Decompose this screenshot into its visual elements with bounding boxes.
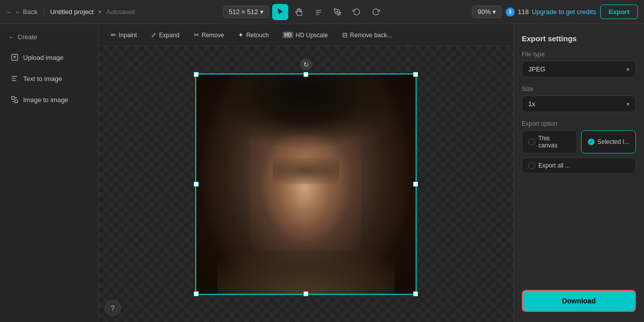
- help-icon: ?: [111, 304, 115, 312]
- image-to-image-icon: [10, 95, 19, 104]
- redo-icon: [372, 8, 380, 16]
- canvas-image-wrapper[interactable]: ↻: [195, 73, 417, 295]
- sidebar-item-upload[interactable]: Upload image: [4, 48, 94, 67]
- hand-icon: [295, 8, 303, 16]
- zoom-chevron-icon: ▾: [493, 8, 496, 16]
- export-all-radio[interactable]: [528, 162, 535, 169]
- inpaint-label: Inpaint: [119, 32, 137, 39]
- selected-radio[interactable]: ✓: [588, 138, 595, 145]
- topbar-center: 512 × 512 ▾: [139, 4, 468, 20]
- file-type-chevron-icon: ▾: [626, 66, 629, 73]
- redo-button[interactable]: [368, 4, 384, 20]
- size-dropdown[interactable]: 1x ▾: [522, 96, 636, 112]
- help-button[interactable]: ?: [105, 300, 121, 316]
- portrait-eye-shadow: [273, 157, 339, 184]
- zoom-selector[interactable]: 90% ▾: [472, 6, 502, 18]
- canvas-size-label: 512 × 512: [228, 8, 258, 16]
- canvas-area: ✏ Inpaint ⤢ Expand ✂ Remove ✦ Retouch HD…: [99, 24, 513, 322]
- bottom-bar: ?: [105, 300, 121, 316]
- credits-info: ℹ 118 Upgrade to get credits: [506, 8, 596, 17]
- remove-icon: ✂: [194, 31, 199, 39]
- retouch-button[interactable]: ✦ Retouch: [232, 28, 275, 42]
- credits-icon: ℹ: [506, 8, 515, 17]
- topbar: ← ← Back Untitled project ▾ Autosaved 51…: [0, 0, 644, 24]
- export-all-wrapper: Export all ...: [522, 157, 636, 174]
- upload-image-icon: [10, 53, 19, 62]
- back-arrow-icon: ←: [6, 8, 13, 16]
- this-canvas-label: This canvas: [538, 135, 571, 149]
- size-value: 1x: [528, 100, 535, 108]
- file-type-value: JPEG: [528, 65, 545, 73]
- credits-count: 118: [518, 8, 529, 16]
- pen-tool-button[interactable]: [330, 4, 346, 20]
- inpaint-button[interactable]: ✏ Inpaint: [105, 28, 143, 42]
- separator: [44, 7, 44, 17]
- topbar-right: 90% ▾ ℹ 118 Upgrade to get credits Expor…: [472, 5, 638, 19]
- svg-point-0: [337, 11, 338, 13]
- export-settings-title: Export settings: [522, 34, 636, 43]
- export-button[interactable]: Export: [600, 5, 638, 19]
- create-label: Create: [18, 33, 37, 41]
- back-button[interactable]: ← ← Back: [6, 8, 38, 16]
- text-to-image-icon: [10, 74, 19, 83]
- text-tool-icon: [314, 8, 323, 16]
- canvas-toolbar: ✏ Inpaint ⤢ Expand ✂ Remove ✦ Retouch HD…: [99, 24, 513, 46]
- back-label: ← Back: [15, 8, 38, 16]
- file-type-section: File type JPEG ▾: [522, 51, 636, 77]
- selected-option[interactable]: ✓ Selected I...: [581, 130, 636, 153]
- create-arrow-icon: ←: [8, 33, 15, 41]
- inpaint-icon: ✏: [111, 31, 116, 39]
- canvas-size-selector[interactable]: 512 × 512 ▾: [223, 6, 269, 18]
- retouch-label: Retouch: [246, 32, 269, 39]
- undo-button[interactable]: [349, 4, 365, 20]
- sidebar-item-image-to-image[interactable]: Image to image: [4, 90, 94, 109]
- project-name[interactable]: Untitled project: [50, 8, 94, 16]
- this-canvas-radio[interactable]: [528, 138, 535, 145]
- pen-tool-icon: [334, 8, 342, 16]
- sidebar: ← Create Upload image Text to image Imag…: [0, 24, 99, 322]
- text-tool-button[interactable]: [310, 4, 327, 20]
- create-header: ← Create: [4, 30, 94, 44]
- hand-tool-button[interactable]: [291, 4, 307, 20]
- remove-label: Remove: [202, 32, 224, 39]
- upgrade-link[interactable]: Upgrade to get credits: [532, 8, 596, 16]
- image-to-image-label: Image to image: [23, 96, 68, 104]
- svg-rect-2: [12, 97, 14, 99]
- expand-label: Expand: [159, 32, 180, 39]
- upscale-button[interactable]: HD HD Upscale: [277, 29, 334, 42]
- sidebar-item-text-to-image[interactable]: Text to image: [4, 69, 94, 88]
- portrait-clothing: [217, 217, 394, 295]
- retouch-icon: ✦: [238, 31, 244, 39]
- file-type-label: File type: [522, 51, 636, 58]
- size-label: Size: [522, 86, 636, 93]
- canvas-size-chevron-icon: ▾: [260, 8, 264, 16]
- export-all-option[interactable]: Export all ...: [522, 157, 636, 174]
- file-type-dropdown[interactable]: JPEG ▾: [522, 61, 636, 77]
- text-to-image-label: Text to image: [23, 75, 62, 83]
- select-tool-button[interactable]: [272, 4, 288, 20]
- export-panel: Export settings File type JPEG ▾ Size 1x…: [513, 24, 644, 322]
- size-chevron-icon: ▾: [626, 101, 629, 108]
- size-section: Size 1x ▾: [522, 86, 636, 112]
- this-canvas-option[interactable]: This canvas: [522, 130, 577, 153]
- expand-button[interactable]: ⤢ Expand: [145, 28, 186, 42]
- svg-rect-3: [15, 100, 18, 103]
- export-option-section: Export option This canvas ✓ Selected I..…: [522, 120, 636, 174]
- export-all-label: Export all ...: [538, 162, 570, 169]
- refresh-button[interactable]: ↻: [300, 58, 312, 70]
- remove-bg-icon: ⊟: [342, 31, 348, 39]
- main-area: ← Create Upload image Text to image Imag…: [0, 24, 644, 322]
- upscale-label: HD Upscale: [296, 32, 328, 39]
- canvas-viewport[interactable]: ↻ ?: [99, 46, 513, 322]
- export-option-label: Export option: [522, 120, 636, 127]
- remove-bg-button[interactable]: ⊟ Remove back...: [336, 28, 398, 42]
- download-button[interactable]: Download: [522, 290, 636, 312]
- remove-button[interactable]: ✂ Remove: [188, 28, 230, 42]
- upload-image-label: Upload image: [23, 54, 63, 61]
- remove-bg-label: Remove back...: [350, 32, 392, 39]
- expand-icon: ⤢: [151, 31, 156, 39]
- project-chevron-icon: ▾: [99, 9, 101, 15]
- upscale-hd-icon: HD: [283, 32, 293, 38]
- export-option-group: This canvas ✓ Selected I...: [522, 130, 636, 153]
- cursor-icon: [276, 8, 284, 16]
